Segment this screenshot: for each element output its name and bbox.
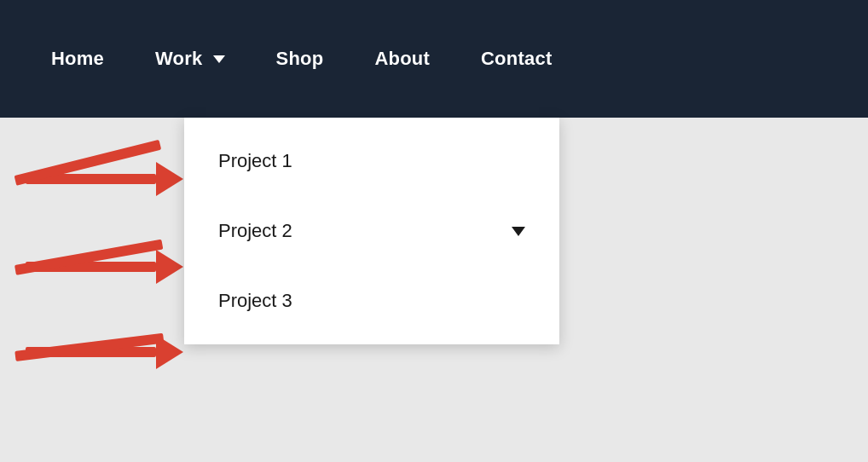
sub-chevron-down-icon [512, 227, 525, 236]
dropdown-item-project1[interactable]: Project 1 [184, 126, 559, 196]
dropdown-item-project1-label: Project 1 [218, 150, 292, 172]
nav-work[interactable]: Work [155, 48, 224, 70]
navbar: Home Work Shop About Contact [0, 0, 868, 118]
nav-home-label: Home [51, 48, 104, 70]
dropdown-menu: Project 1 Project 2 Project 3 [184, 118, 559, 344]
chevron-down-icon [213, 55, 225, 63]
nav-contact[interactable]: Contact [481, 48, 552, 70]
nav-shop[interactable]: Shop [276, 48, 324, 70]
dropdown-item-project2[interactable]: Project 2 [184, 196, 559, 266]
dropdown-item-project3[interactable]: Project 3 [184, 266, 559, 336]
dropdown-item-project3-label: Project 3 [218, 290, 292, 312]
nav-shop-label: Shop [276, 48, 324, 70]
nav-contact-label: Contact [481, 48, 552, 70]
page-content: Project 1 Project 2 Project 3 [0, 118, 868, 462]
nav-home[interactable]: Home [51, 48, 104, 70]
dropdown-item-project2-label: Project 2 [218, 220, 292, 242]
nav-about[interactable]: About [374, 48, 430, 70]
nav-work-label: Work [155, 48, 202, 70]
nav-about-label: About [374, 48, 430, 70]
